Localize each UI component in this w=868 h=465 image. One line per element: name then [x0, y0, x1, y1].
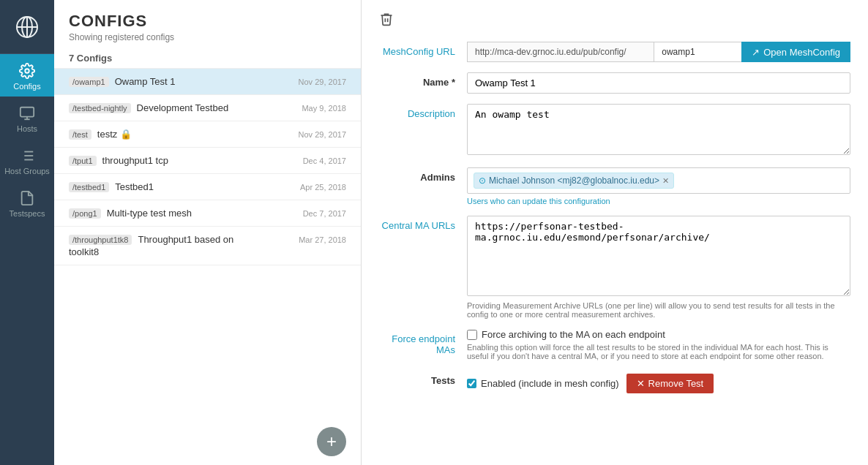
list-item[interactable]: /tput1 throughput1 tcp Dec 4, 2017 [54, 148, 361, 174]
central-ma-helper: Providing Measurement Archive URLs (one … [467, 301, 850, 319]
name-label: Name * [379, 72, 467, 88]
description-label: Description [379, 104, 467, 119]
force-endpoint-label: Force endpoint MAs [379, 329, 467, 355]
config-tag: /throughput1tk8 [69, 235, 132, 245]
globe-icon: ⊙ [479, 175, 486, 186]
list-item[interactable]: /test testz 🔒 Nov 29, 2017 [54, 121, 361, 148]
force-endpoint-row: Force endpoint MAs Force archiving to th… [379, 329, 850, 360]
tests-label: Tests [379, 371, 467, 386]
page-subtitle: Showing registered configs [69, 32, 346, 42]
name-row: Name * [379, 72, 850, 94]
times-icon: ✕ [637, 378, 645, 389]
admin-tag: ⊙ Michael Johnson <mj82@globalnoc.iu.edu… [474, 173, 674, 189]
config-name: Testbed1 [115, 181, 294, 192]
central-ma-content: https://perfsonar-testbed-ma.grnoc.iu.ed… [467, 216, 850, 319]
enabled-checkbox-row: Enabled (include in mesh config) [467, 378, 619, 389]
config-date: Dec 4, 2017 [303, 156, 346, 165]
config-name: Multi-type test mesh [107, 208, 297, 219]
admins-label: Admins [379, 167, 467, 183]
admins-content: ⊙ Michael Johnson <mj82@globalnoc.iu.edu… [467, 167, 850, 205]
tests-controls: Enabled (include in mesh config) ✕ Remov… [467, 374, 850, 393]
admin-name: Michael Johnson <mj82@globalnoc.iu.edu> [489, 175, 659, 186]
external-link-icon: ↗ [752, 47, 760, 58]
list-item[interactable]: /testbed1 Testbed1 Apr 25, 2018 [54, 174, 361, 200]
config-date: Nov 29, 2017 [299, 130, 346, 139]
sidebar-item-hosts-label: Hosts [17, 124, 37, 133]
config-date: May 9, 2018 [302, 104, 346, 113]
sidebar-item-testspecs[interactable]: Testspecs [0, 181, 54, 224]
config-tag: /test [69, 129, 91, 140]
name-input[interactable] [467, 72, 850, 94]
toolbar [379, 12, 850, 30]
sidebar-item-hosts[interactable]: Hosts [0, 97, 54, 139]
tests-section: Enabled (include in mesh config) ✕ Remov… [467, 374, 850, 393]
config-tag: /testbed1 [69, 182, 109, 192]
config-date: Dec 7, 2017 [303, 209, 346, 218]
central-ma-label: Central MA URLs [379, 216, 467, 231]
add-btn-wrap: + [54, 418, 361, 465]
config-name: testz 🔒 [97, 129, 293, 140]
enabled-checkbox[interactable] [467, 379, 476, 388]
tests-content: Enabled (include in mesh config) ✕ Remov… [467, 371, 850, 393]
config-date: Mar 27, 2018 [299, 235, 346, 244]
sidebar-item-host-groups-label: Host Groups [4, 167, 50, 175]
meshconfig-url-input[interactable] [467, 42, 654, 62]
config-tag: /tput1 [69, 156, 97, 166]
description-content: An owamp test [467, 104, 850, 157]
sidebar-item-configs[interactable]: Configs [0, 54, 54, 97]
force-endpoint-checkbox[interactable] [467, 330, 477, 340]
configs-list: /owamp1 Owamp Test 1 Nov 29, 2017 /testb… [54, 69, 361, 418]
sidebar-item-testspecs-label: Testspecs [10, 209, 45, 218]
svg-point-4 [25, 69, 29, 73]
config-name: throughput1 tcp [102, 155, 297, 166]
sidebar-item-configs-label: Configs [13, 82, 40, 91]
description-input[interactable]: An owamp test [467, 104, 850, 155]
remove-admin-button[interactable]: ✕ [662, 176, 669, 186]
list-item[interactable]: /throughput1tk8 Throughput1 based on Mar… [54, 227, 361, 265]
config-tag: /owamp1 [69, 77, 109, 87]
force-endpoint-checkbox-label: Force archiving to the MA on each endpoi… [482, 329, 665, 340]
meshconfig-key-input[interactable] [654, 42, 741, 62]
left-panel: CONFIGS Showing registered configs 7 Con… [54, 0, 362, 465]
config-tag: /testbed-nightly [69, 103, 131, 113]
svg-rect-5 [20, 107, 34, 117]
central-ma-input[interactable]: https://perfsonar-testbed-ma.grnoc.iu.ed… [467, 216, 850, 296]
list-item[interactable]: /pong1 Multi-type test mesh Dec 7, 2017 [54, 200, 361, 227]
name-content [467, 72, 850, 94]
description-row: Description An owamp test [379, 104, 850, 157]
list-item[interactable]: /owamp1 Owamp Test 1 Nov 29, 2017 [54, 69, 361, 95]
config-name-continuation: toolkit8 [69, 246, 346, 257]
config-date: Apr 25, 2018 [300, 183, 346, 192]
admins-box[interactable]: ⊙ Michael Johnson <mj82@globalnoc.iu.edu… [467, 167, 850, 194]
force-endpoint-helper: Enabling this option will force the all … [467, 343, 850, 360]
add-config-button[interactable]: + [317, 427, 346, 456]
page-title: CONFIGS [69, 12, 346, 31]
right-panel: MeshConfig URL ↗ Open MeshConfig Name * … [362, 0, 868, 465]
left-panel-header: CONFIGS Showing registered configs [54, 0, 361, 45]
meshconfig-url-row: MeshConfig URL ↗ Open MeshConfig [379, 42, 850, 62]
app-logo [0, 0, 54, 54]
config-date: Nov 29, 2017 [299, 78, 346, 86]
config-name: Throughput1 based on [138, 234, 293, 245]
meshconfig-url-label: MeshConfig URL [379, 42, 467, 57]
admins-row: Admins ⊙ Michael Johnson <mj82@globalnoc… [379, 167, 850, 205]
admins-helper: Users who can update this configuration [467, 197, 850, 205]
config-tag: /pong1 [69, 208, 101, 219]
sidebar: Configs Hosts Host Groups Testspecs [0, 0, 54, 465]
central-ma-row: Central MA URLs https://perfsonar-testbe… [379, 216, 850, 319]
force-endpoint-checkbox-row: Force archiving to the MA on each endpoi… [467, 329, 850, 340]
meshconfig-url-content: ↗ Open MeshConfig [467, 42, 850, 62]
force-endpoint-content: Force archiving to the MA on each endpoi… [467, 329, 850, 360]
sidebar-item-host-groups[interactable]: Host Groups [0, 139, 54, 181]
enabled-label: Enabled (include in mesh config) [481, 378, 619, 389]
tests-row: Tests Enabled (include in mesh config) ✕… [379, 371, 850, 393]
remove-test-button[interactable]: ✕ Remove Test [626, 374, 714, 393]
configs-count: 7 Configs [54, 45, 361, 69]
open-meshconfig-button[interactable]: ↗ Open MeshConfig [741, 42, 850, 62]
config-name: Development Testbed [137, 102, 296, 113]
config-name: Owamp Test 1 [115, 76, 293, 87]
list-item[interactable]: /testbed-nightly Development Testbed May… [54, 95, 361, 121]
delete-button[interactable] [379, 12, 394, 30]
